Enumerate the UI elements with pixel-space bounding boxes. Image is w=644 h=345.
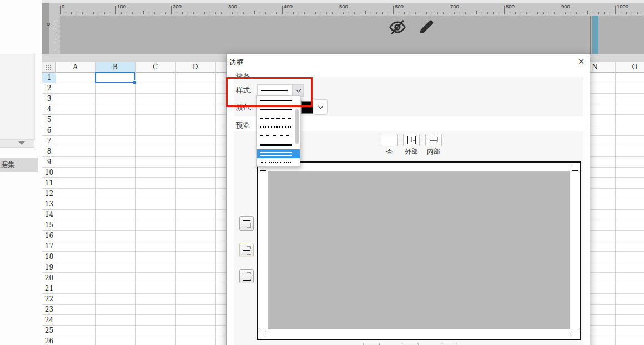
row-header-1[interactable]: 1 <box>42 73 56 83</box>
select-all-button[interactable] <box>42 62 56 73</box>
column-header-b[interactable]: B <box>95 62 135 73</box>
row-header-8[interactable]: 8 <box>42 146 56 157</box>
row-header-22[interactable]: 22 <box>42 294 56 305</box>
row-header-20[interactable]: 20 <box>42 273 56 283</box>
style-combo-field[interactable] <box>257 84 293 97</box>
sheet-grid-right[interactable]: NO <box>590 62 644 345</box>
ruler-tick <box>476 11 477 14</box>
ruler-tick <box>99 12 99 14</box>
row-header-3[interactable]: 3 <box>42 94 56 104</box>
style-option-solid-thick[interactable] <box>257 140 300 149</box>
row-header-17[interactable]: 17 <box>42 241 56 252</box>
style-option-dashed[interactable] <box>257 114 300 123</box>
row-header-15[interactable]: 15 <box>42 220 56 231</box>
ruler-tick <box>271 12 271 14</box>
row-header-23[interactable]: 23 <box>42 305 56 315</box>
style-option-dash-medium[interactable] <box>257 131 300 140</box>
ruler-tick <box>56 34 59 34</box>
ruler-tick <box>576 12 577 14</box>
column-header-partial[interactable] <box>215 62 227 73</box>
ruler-tick <box>56 29 59 29</box>
ruler-tick <box>410 12 410 14</box>
row-header-12[interactable]: 12 <box>42 189 56 199</box>
row-header-5[interactable]: 5 <box>42 115 56 125</box>
row-header-2[interactable]: 2 <box>42 83 56 94</box>
ruler-tick <box>454 12 455 14</box>
pencil-icon[interactable] <box>417 17 436 35</box>
border-bottom-button[interactable] <box>239 269 254 283</box>
ruler-tick <box>443 12 444 14</box>
ruler-tick <box>332 12 333 14</box>
dataset-tab[interactable]: 数据集 <box>0 158 38 172</box>
dropdown-scrollbar-thumb[interactable] <box>295 109 299 144</box>
border-left-button[interactable] <box>363 343 380 345</box>
row-header-13[interactable]: 13 <box>42 199 56 210</box>
row-header-9[interactable]: 9 <box>42 157 56 168</box>
row-header-7[interactable]: 7 <box>42 136 56 146</box>
ruler-tick <box>626 12 627 14</box>
line-style-sample <box>260 152 292 156</box>
border-outer-button[interactable] <box>403 134 420 146</box>
sheet-grid-right-rows[interactable] <box>590 73 644 345</box>
sheet-grid[interactable] <box>56 73 227 345</box>
color-swatch[interactable] <box>301 101 313 114</box>
close-icon[interactable]: × <box>575 55 587 68</box>
row-header-24[interactable]: 24 <box>42 315 56 326</box>
style-option-dense-dotted[interactable] <box>257 158 300 167</box>
style-option-double[interactable] <box>257 149 300 158</box>
row-header-6[interactable]: 6 <box>42 125 56 136</box>
chevron-down-icon <box>318 104 324 109</box>
collapse-arrow-icon[interactable] <box>18 141 25 145</box>
report-canvas[interactable] <box>60 16 644 54</box>
row-header-11[interactable]: 11 <box>42 178 56 189</box>
row-header-18[interactable]: 18 <box>42 252 56 262</box>
border-top-button[interactable] <box>239 216 254 231</box>
row-header-14[interactable]: 14 <box>42 210 56 220</box>
ruler-tick <box>171 6 172 14</box>
style-option-solid-thin[interactable] <box>257 96 300 105</box>
column-header-o[interactable]: O <box>615 62 644 73</box>
border-vertical-middle-button[interactable] <box>402 343 419 345</box>
ruler-label: 600 <box>395 3 404 9</box>
line-style-sample <box>260 126 292 128</box>
row-header-4[interactable]: 4 <box>42 104 56 115</box>
row-header-26[interactable]: 26 <box>42 336 56 345</box>
ruler-tick <box>56 44 59 44</box>
panel-divider[interactable] <box>0 139 34 148</box>
border-right-button[interactable] <box>441 343 457 345</box>
row-header-16[interactable]: 16 <box>42 231 56 241</box>
selected-cell-outline[interactable] <box>95 72 135 83</box>
eye-off-icon[interactable] <box>388 18 407 36</box>
row-header-19[interactable]: 19 <box>42 262 56 273</box>
ruler-tick <box>482 12 482 14</box>
border-preview-frame[interactable] <box>257 161 581 340</box>
middle-border-icon <box>243 246 251 255</box>
ruler-tick <box>232 12 233 14</box>
dialog-separator <box>227 70 590 70</box>
border-horizontal-middle-button[interactable] <box>239 243 254 257</box>
ruler-tick <box>393 6 394 14</box>
row-header-25[interactable]: 25 <box>42 326 56 336</box>
style-combo-dropdown-button[interactable] <box>293 84 304 97</box>
style-option-dotted[interactable] <box>257 123 300 131</box>
row-headers: 1234567891011121314151617181920212223242… <box>42 73 56 345</box>
ruler-tick <box>526 12 527 14</box>
ruler-tick <box>188 12 188 14</box>
row-header-10[interactable]: 10 <box>42 168 56 178</box>
ruler-tick <box>177 12 177 14</box>
ruler-tick <box>582 12 582 14</box>
row-header-21[interactable]: 21 <box>42 283 56 294</box>
column-header-n[interactable]: N <box>590 62 615 73</box>
style-option-solid-medium[interactable] <box>257 105 300 114</box>
ruler-tick <box>127 12 127 14</box>
ruler-tick <box>615 6 616 14</box>
column-header-a[interactable]: A <box>56 62 95 73</box>
border-none-button[interactable] <box>381 134 398 146</box>
border-inner-button[interactable] <box>425 134 442 146</box>
fill-handle[interactable] <box>133 80 137 84</box>
column-header-c[interactable]: C <box>135 62 175 73</box>
color-dropdown-button[interactable] <box>314 99 328 115</box>
column-header-d[interactable]: D <box>175 62 215 73</box>
ruler-tick <box>610 12 610 14</box>
ruler-tick <box>593 12 593 14</box>
